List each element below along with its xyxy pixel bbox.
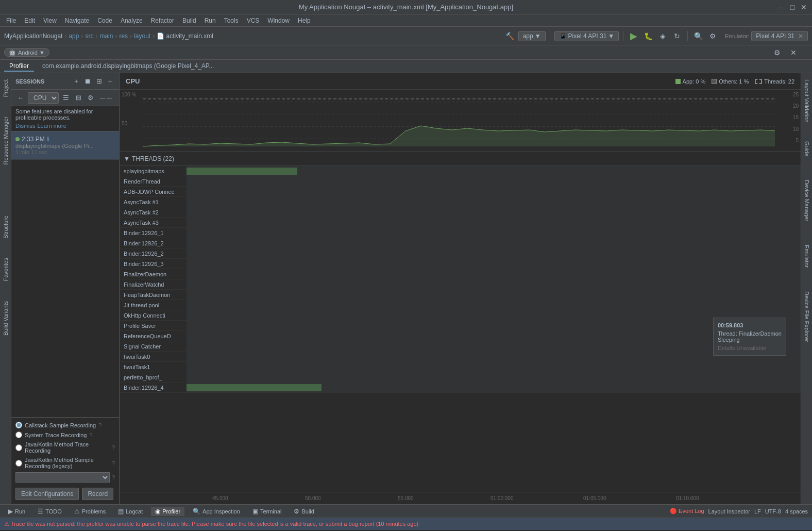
bottom-tab-run[interactable]: ▶ Run: [4, 507, 29, 516]
settings-icon[interactable]: ⚙: [771, 46, 783, 59]
breadcrumb-dir1[interactable]: app: [69, 32, 79, 40]
minimize-button[interactable]: –: [777, 3, 785, 11]
android-chip[interactable]: 🤖 Android ▼: [4, 48, 49, 57]
hammer-icon[interactable]: 🔨: [504, 30, 516, 42]
breadcrumb-dir3[interactable]: main: [99, 32, 113, 40]
nav-menu-icon[interactable]: ☰: [61, 93, 71, 103]
edit-configurations-button[interactable]: Edit Configurations: [15, 488, 79, 500]
thread-row-hwuitask1[interactable]: hwuiTask1: [120, 362, 801, 372]
thread-row-binder4[interactable]: Binder:12926_4: [120, 383, 801, 393]
left-tab-project[interactable]: Project: [1, 75, 10, 101]
radio-callstack-input[interactable]: [15, 422, 22, 428]
breadcrumb-file[interactable]: 📄 activity_main.xml: [157, 32, 213, 40]
right-tab-emulator[interactable]: Emulator: [802, 241, 811, 272]
layout-session-button[interactable]: ⊞: [94, 77, 104, 86]
thread-row-profilesaver[interactable]: Profile Saver: [120, 321, 801, 331]
thread-row-binder2b[interactable]: Binder:12926_2: [120, 248, 801, 259]
thread-row-asynctask2[interactable]: AsyncTask #2: [120, 207, 801, 218]
menu-analyze[interactable]: Analyze: [116, 16, 147, 25]
profiler-tab[interactable]: Profiler: [4, 61, 34, 72]
left-tab-favorites[interactable]: Favorites: [1, 254, 10, 285]
back-button[interactable]: ←: [106, 77, 115, 86]
stop-session-button[interactable]: ⏹: [83, 77, 92, 86]
radio-system-trace-input[interactable]: [15, 432, 22, 438]
menu-code[interactable]: Code: [93, 16, 116, 25]
thread-row-binder1[interactable]: Binder:12926_1: [120, 228, 801, 238]
thread-row-finalizerdaemon[interactable]: FinalizerDaemon: [120, 269, 801, 279]
java-kotlin-help-icon[interactable]: ?: [112, 444, 115, 451]
menu-refactor[interactable]: Refactor: [147, 16, 178, 25]
run-button[interactable]: ▶: [628, 30, 640, 42]
thread-row-splayingbitmaps[interactable]: splayingbitmaps: [120, 166, 801, 176]
thread-row-jitthread[interactable]: Jit thread pool: [120, 300, 801, 310]
nav-settings-icon[interactable]: ⚙: [86, 93, 96, 103]
right-tab-guide[interactable]: Guide: [802, 137, 811, 160]
left-tab-resource-manager[interactable]: Resource Manager: [1, 112, 10, 169]
thread-row-heaptask[interactable]: HeapTaskDaemon: [120, 290, 801, 300]
bottom-tab-todo[interactable]: ☰ TODO: [33, 507, 66, 516]
bottom-tab-build[interactable]: ⚙ Build: [290, 507, 318, 516]
learn-more-link[interactable]: Learn more: [38, 123, 66, 129]
right-tab-device-file-explorer[interactable]: Device File Explorer: [802, 287, 811, 346]
nav-back-icon[interactable]: ←: [15, 93, 26, 103]
left-tab-structure[interactable]: Structure: [1, 211, 10, 243]
thread-row-perfetto[interactable]: perfetto_hprof_: [120, 372, 801, 383]
bottom-tab-terminal[interactable]: ▣ Terminal: [248, 507, 286, 516]
breadcrumb-app[interactable]: MyApplicationNougat: [4, 32, 62, 40]
device-dropdown[interactable]: 📱 Pixel 4 API 31 ▼: [554, 31, 619, 41]
profile-button[interactable]: ◈: [656, 30, 669, 42]
thread-row-finalizerwatchd[interactable]: FinalizerWatchd: [120, 279, 801, 290]
debug-button[interactable]: 🐛: [642, 30, 654, 42]
menu-tools[interactable]: Tools: [220, 16, 243, 25]
system-trace-help-icon[interactable]: ?: [89, 432, 92, 438]
menu-run[interactable]: Run: [200, 16, 220, 25]
thread-row-binder3[interactable]: Binder:12926_3: [120, 259, 801, 269]
add-session-button[interactable]: +: [72, 77, 81, 86]
breadcrumb-dir2[interactable]: src: [85, 32, 93, 40]
settings-button[interactable]: ⚙: [706, 30, 719, 42]
callstack-help-icon[interactable]: ?: [98, 422, 102, 428]
breadcrumb-dir5[interactable]: layout: [134, 32, 150, 40]
radio-java-kotlin-sample-input[interactable]: [15, 460, 22, 467]
java-kotlin-sample-help-icon[interactable]: ?: [112, 460, 115, 466]
record-button[interactable]: Record: [82, 488, 113, 500]
menu-help[interactable]: Help: [294, 16, 315, 25]
session-item[interactable]: 2:33 PM ℹ displayingbitmaps (Google Pi..…: [11, 131, 119, 160]
cpu-dropdown[interactable]: CPU: [28, 92, 59, 104]
thread-row-hwuitask0[interactable]: hwuiTask0: [120, 352, 801, 362]
nav-filter-icon[interactable]: ⊟: [73, 93, 83, 103]
menu-vcs[interactable]: VCS: [243, 16, 264, 25]
bottom-tab-logcat[interactable]: ▤ Logcat: [114, 507, 147, 516]
right-tab-layout-validation[interactable]: Layout Validation: [802, 75, 811, 127]
right-tab-device-manager[interactable]: Device Manager: [802, 176, 811, 225]
menu-view[interactable]: View: [39, 16, 61, 25]
config-help-icon[interactable]: ?: [112, 474, 115, 480]
thread-row-binder2a[interactable]: Binder:12926_2: [120, 238, 801, 248]
emulator-close-icon[interactable]: ✕: [798, 32, 803, 40]
menu-edit[interactable]: Edit: [20, 16, 39, 25]
search-button[interactable]: 🔍: [692, 30, 704, 42]
maximize-button[interactable]: □: [788, 3, 797, 11]
close-profiler-icon[interactable]: ✕: [787, 46, 800, 59]
bottom-tab-app-inspection[interactable]: 🔍 App Inspection: [189, 507, 244, 516]
menu-window[interactable]: Window: [263, 16, 294, 25]
thread-row-refqueue[interactable]: ReferenceQueueD: [120, 331, 801, 341]
dismiss-link[interactable]: Dismiss: [15, 123, 36, 129]
thread-row-asynctask1[interactable]: AsyncTask #1: [120, 197, 801, 207]
layout-inspector-btn[interactable]: Layout Inspector: [708, 508, 750, 515]
breadcrumb-dir4[interactable]: res: [119, 32, 128, 40]
sync-button[interactable]: ↻: [671, 30, 683, 42]
config-dropdown[interactable]: [15, 472, 110, 483]
thread-row-renderthread[interactable]: RenderThread: [120, 176, 801, 187]
menu-build[interactable]: Build: [178, 16, 200, 25]
thread-row-adb[interactable]: ADB-JDWP Connec: [120, 187, 801, 197]
session-tab[interactable]: com.example.android.displayingbitmaps (G…: [37, 61, 219, 72]
bottom-tab-problems[interactable]: ⚠ Problems: [70, 507, 110, 516]
radio-java-kotlin-input[interactable]: [15, 444, 22, 451]
app-dropdown[interactable]: app ▼: [518, 31, 546, 41]
bottom-tab-profiler[interactable]: ◉ Profiler: [151, 507, 184, 516]
error-count[interactable]: 🔴 Event Log: [670, 508, 704, 515]
info-icon[interactable]: ℹ: [47, 136, 49, 143]
thread-row-signal[interactable]: Signal Catcher: [120, 341, 801, 352]
left-tab-build-variants[interactable]: Build Variants: [1, 297, 10, 340]
